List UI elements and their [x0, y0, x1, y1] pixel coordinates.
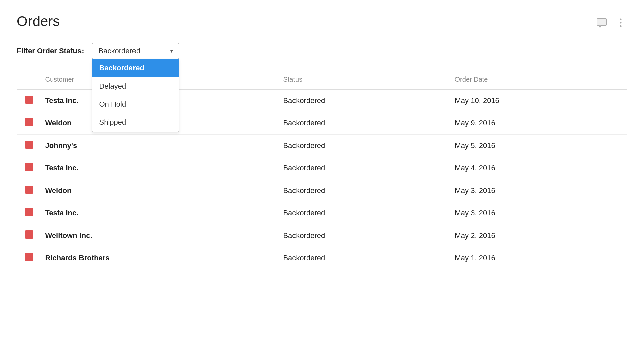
row-status-icon — [17, 179, 37, 202]
row-status: Backordered — [275, 224, 446, 247]
filter-row: Filter Order Status: Backordered ▼ Backo… — [17, 43, 627, 59]
dropdown-option-backordered[interactable]: Backordered — [92, 59, 179, 77]
row-order-date: May 5, 2016 — [447, 135, 627, 157]
row-status-icon — [17, 247, 37, 269]
row-status-icon — [17, 202, 37, 224]
filter-dropdown-trigger[interactable]: Backordered ▼ — [92, 43, 179, 59]
row-status-icon — [17, 90, 37, 112]
svg-point-4 — [620, 25, 622, 27]
row-order-date: May 10, 2016 — [447, 90, 627, 112]
row-customer: Testa Inc. — [37, 157, 275, 179]
row-customer: Richards Brothers — [37, 247, 275, 269]
filter-dropdown-menu: BackorderedDelayedOn HoldShipped — [92, 59, 179, 132]
page-title: Orders — [17, 13, 60, 30]
page-header: Orders — [17, 13, 627, 30]
comment-icon[interactable] — [595, 16, 608, 30]
row-status: Backordered — [275, 247, 446, 269]
row-status: Backordered — [275, 112, 446, 135]
row-status-icon — [17, 112, 37, 135]
col-header-status: Status — [275, 69, 446, 90]
row-order-date: May 3, 2016 — [447, 202, 627, 224]
filter-selected-value: Backordered — [98, 47, 140, 55]
row-order-date: May 4, 2016 — [447, 157, 627, 179]
more-options-icon[interactable] — [614, 16, 627, 30]
svg-marker-1 — [599, 25, 601, 28]
table-row: Johnny'sBackorderedMay 5, 2016 — [17, 135, 627, 157]
row-status: Backordered — [275, 179, 446, 202]
row-customer: Johnny's — [37, 135, 275, 157]
dropdown-option-shipped[interactable]: Shipped — [92, 113, 179, 132]
table-row: Testa Inc.BackorderedMay 3, 2016 — [17, 202, 627, 224]
row-status: Backordered — [275, 135, 446, 157]
svg-point-3 — [620, 22, 622, 24]
row-order-date: May 3, 2016 — [447, 179, 627, 202]
svg-point-2 — [620, 19, 622, 20]
row-order-date: May 2, 2016 — [447, 224, 627, 247]
dropdown-arrow-icon: ▼ — [169, 48, 174, 54]
table-row: Testa Inc.BackorderedMay 4, 2016 — [17, 157, 627, 179]
row-customer: Weldon — [37, 179, 275, 202]
row-order-date: May 9, 2016 — [447, 112, 627, 135]
table-row: Welltown Inc.BackorderedMay 2, 2016 — [17, 224, 627, 247]
row-customer: Welltown Inc. — [37, 224, 275, 247]
filter-label: Filter Order Status: — [17, 47, 84, 55]
table-row: WeldonBackorderedMay 3, 2016 — [17, 179, 627, 202]
row-status: Backordered — [275, 202, 446, 224]
dropdown-option-on-hold[interactable]: On Hold — [92, 95, 179, 113]
col-header-order-date: Order Date — [447, 69, 627, 90]
row-status: Backordered — [275, 90, 446, 112]
row-status-icon — [17, 157, 37, 179]
col-header-icon — [17, 69, 37, 90]
row-order-date: May 1, 2016 — [447, 247, 627, 269]
filter-dropdown-wrapper: Backordered ▼ BackorderedDelayedOn HoldS… — [92, 43, 179, 59]
row-status: Backordered — [275, 157, 446, 179]
row-customer: Testa Inc. — [37, 202, 275, 224]
row-status-icon — [17, 135, 37, 157]
row-status-icon — [17, 224, 37, 247]
header-actions — [595, 16, 627, 30]
dropdown-option-delayed[interactable]: Delayed — [92, 77, 179, 95]
table-row: Richards BrothersBackorderedMay 1, 2016 — [17, 247, 627, 269]
svg-rect-0 — [597, 19, 606, 25]
